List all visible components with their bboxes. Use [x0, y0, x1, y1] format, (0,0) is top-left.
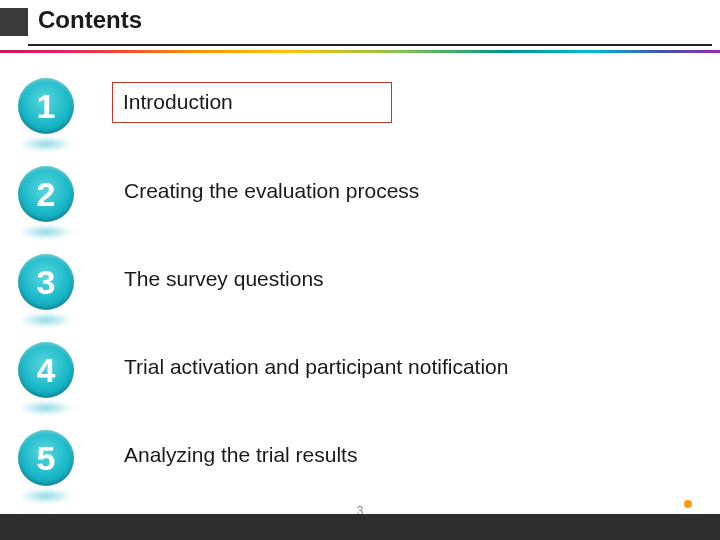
item-label: Creating the evaluation process	[120, 176, 427, 207]
footer-accent-dot	[684, 500, 692, 508]
contents-list: 1 Introduction 2 Creating the evaluation…	[18, 74, 700, 514]
number-badge: 2	[18, 166, 74, 222]
title-underline	[28, 44, 712, 46]
badge-shadow	[20, 400, 72, 416]
item-label: The survey questions	[120, 264, 332, 295]
rainbow-divider	[0, 50, 720, 53]
header: Contents	[0, 8, 720, 42]
number-badge: 5	[18, 430, 74, 486]
badge-shadow	[20, 224, 72, 240]
badge-shadow	[20, 312, 72, 328]
item-label-highlighted: Introduction	[112, 82, 392, 123]
badge-shadow	[20, 136, 72, 152]
number-badge: 4	[18, 342, 74, 398]
number-badge: 1	[18, 78, 74, 134]
list-item: 5 Analyzing the trial results	[18, 426, 700, 514]
footer-bar	[0, 514, 720, 540]
list-item: 1 Introduction	[18, 74, 700, 162]
page-title: Contents	[38, 6, 142, 34]
title-accent-block	[0, 8, 28, 36]
badge-shadow	[20, 488, 72, 504]
list-item: 4 Trial activation and participant notif…	[18, 338, 700, 426]
list-item: 3 The survey questions	[18, 250, 700, 338]
item-label: Analyzing the trial results	[120, 440, 365, 471]
number-badge: 3	[18, 254, 74, 310]
list-item: 2 Creating the evaluation process	[18, 162, 700, 250]
item-label: Trial activation and participant notific…	[120, 352, 516, 383]
